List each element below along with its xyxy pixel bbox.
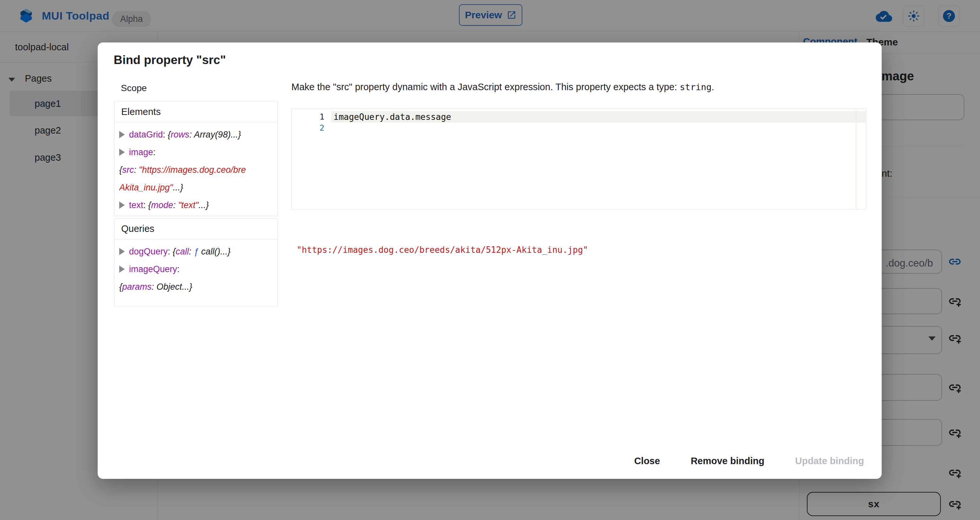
scope-tree-line: Akita_inu.jpg"...} <box>119 179 277 196</box>
scope-tree-line[interactable]: text: {mode: "text"...} <box>119 196 277 214</box>
tree-expand-icon[interactable] <box>119 248 125 255</box>
binding-description: Make the "src" property dynamic with a J… <box>291 82 866 92</box>
queries-tree: dogQuery: {call: ƒ call()...}imageQuery:… <box>115 239 277 296</box>
dialog-title: Bind property "src" <box>114 53 226 67</box>
bind-property-dialog: Bind property "src" Scope Elements dataG… <box>98 43 882 479</box>
remove-binding-button[interactable]: Remove binding <box>685 451 770 471</box>
update-binding-button[interactable]: Update binding <box>789 451 870 471</box>
scope-tree-line: {params: Object...} <box>119 278 277 296</box>
tree-expand-icon[interactable] <box>119 149 125 156</box>
tree-expand-icon[interactable] <box>119 131 125 138</box>
toolpad-screen: MUI Toolpad Alpha Preview ? <box>0 0 980 520</box>
dialog-footer: Close Remove binding Update binding <box>628 451 870 471</box>
description-type: string <box>680 82 712 92</box>
queries-header: Queries <box>115 218 277 239</box>
scope-elements-panel: Elements dataGrid: {rows: Array(98)...}i… <box>115 101 278 216</box>
scope-tree-line[interactable]: imageQuery: <box>119 260 277 278</box>
code-line-1: imageQuery.data.message <box>334 111 451 122</box>
elements-header: Elements <box>115 102 277 122</box>
tree-expand-icon[interactable] <box>119 266 125 273</box>
tree-expand-icon[interactable] <box>119 202 125 209</box>
close-button[interactable]: Close <box>628 451 666 471</box>
editor-scrollbar[interactable] <box>856 109 856 209</box>
expression-code-editor[interactable]: 1 imageQuery.data.message 2 <box>291 109 866 209</box>
scope-tree-line[interactable]: image: <box>119 143 277 161</box>
editor-line-2[interactable]: 2 <box>292 122 866 134</box>
scope-tree-line[interactable]: dataGrid: {rows: Array(98)...} <box>119 126 277 143</box>
elements-tree: dataGrid: {rows: Array(98)...}image:{src… <box>115 122 277 214</box>
description-period: . <box>711 82 714 92</box>
description-text: Make the "src" property dynamic with a J… <box>291 82 680 92</box>
editor-line-1[interactable]: 1 imageQuery.data.message <box>292 111 866 122</box>
scope-queries-panel: Queries dogQuery: {call: ƒ call()...}ima… <box>115 218 278 306</box>
scope-tree-line[interactable]: dogQuery: {call: ƒ call()...} <box>119 243 277 260</box>
line-number-2: 2 <box>292 122 325 134</box>
line-number-1: 1 <box>292 111 325 122</box>
expression-result-preview: "https://images.dog.ceo/breeds/akita/512… <box>297 245 588 255</box>
scope-tree-line: {src: "https://images.dog.ceo/bre <box>119 161 277 179</box>
scope-label: Scope <box>121 83 147 94</box>
